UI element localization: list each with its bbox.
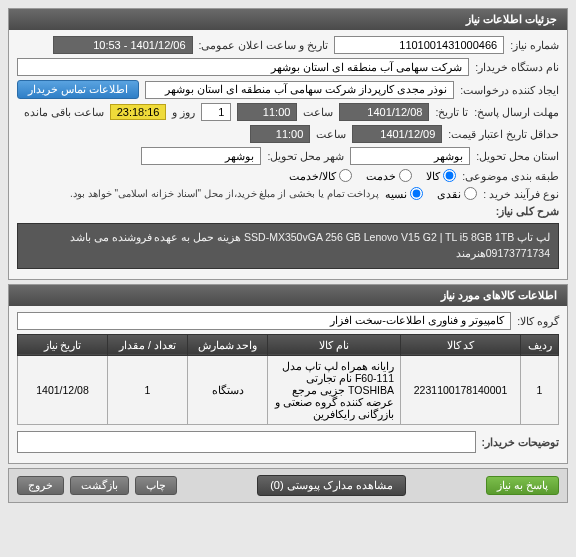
- buyer-org-label: نام دستگاه خریدار:: [475, 61, 559, 73]
- radio-cash[interactable]: نقدی: [437, 187, 477, 200]
- items-table: ردیف کد کالا نام کالا واحد شمارش تعداد /…: [17, 334, 559, 425]
- validity-time-label: ساعت: [316, 128, 346, 140]
- buyer-org-field: شرکت سهامی آب منطقه ای استان بوشهر: [17, 58, 469, 76]
- buy-type-radio-group: نقدی نسیه: [385, 187, 477, 200]
- need-no-label: شماره نیاز:: [510, 39, 559, 51]
- table-row[interactable]: 1 2231100178140001 رایانه همراه لپ تاپ م…: [18, 355, 559, 424]
- desc-label: شرح کلی نیاز:: [496, 205, 559, 217]
- deadline-time-label: ساعت: [303, 106, 333, 118]
- validity-label: حداقل تاریخ اعتبار قیمت:: [448, 128, 559, 140]
- radio-credit[interactable]: نسیه: [385, 187, 423, 200]
- deadline-label: مهلت ارسال پاسخ:: [474, 106, 559, 118]
- category-radio-group: کالا خدمت کالا/خدمت: [289, 169, 456, 182]
- need-info-panel: جزئیات اطلاعات نیاز شماره نیاز: 11010014…: [8, 8, 568, 280]
- remain-suffix-label: ساعت باقی مانده: [24, 106, 104, 118]
- col-code: کد کالا: [401, 334, 521, 355]
- footer-bar: پاسخ به نیاز مشاهده مدارک پیوستی (0) چاپ…: [8, 468, 568, 503]
- need-info-header: جزئیات اطلاعات نیاز: [9, 9, 567, 30]
- from-label: تا تاریخ:: [435, 106, 468, 118]
- cell-qty: 1: [108, 355, 188, 424]
- radio-goods-input[interactable]: [443, 169, 456, 182]
- items-body: گروه کالا: کامپیوتر و فناوری اطلاعات-سخت…: [9, 306, 567, 463]
- need-info-body: شماره نیاز: 1101001431000466 تاریخ و ساع…: [9, 30, 567, 279]
- cell-unit: دستگاه: [188, 355, 268, 424]
- category-label: طبقه بندی موضوعی:: [462, 170, 559, 182]
- col-date: تاریخ نیاز: [18, 334, 108, 355]
- contact-buyer-button[interactable]: اطلاعات تماس خریدار: [17, 80, 139, 99]
- public-date-field: 1401/12/06 - 10:53: [53, 36, 193, 54]
- validity-date-field: 1401/12/09: [352, 125, 442, 143]
- group-field: کامپیوتر و فناوری اطلاعات-سخت افزار: [17, 312, 511, 330]
- credit-note: پرداخت تمام یا بخشی از مبلغ خرید،از محل …: [70, 186, 379, 201]
- col-qty: تعداد / مقدار: [108, 334, 188, 355]
- back-button[interactable]: بازگشت: [70, 476, 129, 495]
- place-city-field: بوشهر: [141, 147, 261, 165]
- cell-date: 1401/12/08: [18, 355, 108, 424]
- place-prov-field: بوشهر: [350, 147, 470, 165]
- deadline-time-field: 11:00: [237, 103, 297, 121]
- attachments-button[interactable]: مشاهده مدارک پیوستی (0): [257, 475, 406, 496]
- radio-both[interactable]: کالا/خدمت: [289, 169, 352, 182]
- radio-service-input[interactable]: [399, 169, 412, 182]
- countdown-timer: 23:18:16: [110, 104, 167, 120]
- buyer-note-label: توضیحات خریدار:: [482, 436, 559, 448]
- cell-name: رایانه همراه لپ تاپ مدل F60-111 نام تجار…: [268, 355, 401, 424]
- remain-days-label: روز و: [172, 106, 195, 118]
- buyer-note-field: [17, 431, 476, 453]
- remain-days-field: 1: [201, 103, 231, 121]
- radio-goods[interactable]: کالا: [426, 169, 456, 182]
- print-button[interactable]: چاپ: [135, 476, 177, 495]
- col-unit: واحد شمارش: [188, 334, 268, 355]
- items-panel: اطلاعات کالاهای مورد نیاز گروه کالا: کام…: [8, 284, 568, 464]
- radio-cash-input[interactable]: [464, 187, 477, 200]
- creator-label: ایجاد کننده درخواست:: [460, 84, 559, 96]
- group-label: گروه کالا:: [517, 315, 559, 327]
- col-name: نام کالا: [268, 334, 401, 355]
- radio-both-input[interactable]: [339, 169, 352, 182]
- close-button[interactable]: خروج: [17, 476, 64, 495]
- cell-n: 1: [521, 355, 559, 424]
- cell-code: 2231100178140001: [401, 355, 521, 424]
- items-header: اطلاعات کالاهای مورد نیاز: [9, 285, 567, 306]
- public-date-label: تاریخ و ساعت اعلان عمومی:: [199, 39, 329, 51]
- deadline-date-field: 1401/12/08: [339, 103, 429, 121]
- place-prov-label: استان محل تحویل:: [476, 150, 559, 162]
- radio-credit-input[interactable]: [410, 187, 423, 200]
- radio-service[interactable]: خدمت: [366, 169, 412, 182]
- creator-field: نوذر مجدی کارپرداز شرکت سهامی آب منطقه ا…: [145, 81, 454, 99]
- items-table-head: ردیف کد کالا نام کالا واحد شمارش تعداد /…: [18, 334, 559, 355]
- col-n: ردیف: [521, 334, 559, 355]
- validity-time-field: 11:00: [250, 125, 310, 143]
- reply-button[interactable]: پاسخ به نیاز: [486, 476, 559, 495]
- need-no-field: 1101001431000466: [334, 36, 504, 54]
- buy-type-label: نوع فرآیند خرید :: [483, 188, 559, 200]
- desc-box: لپ تاپ SSD-MX350vGA 256 GB Lenovo V15 G2…: [17, 223, 559, 269]
- place-city-label: شهر محل تحویل:: [267, 150, 344, 162]
